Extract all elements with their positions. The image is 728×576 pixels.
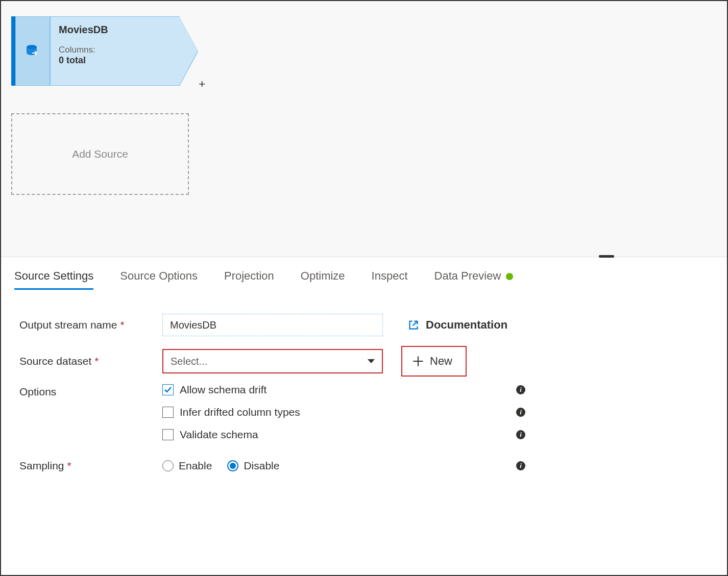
source-node-moviesdb[interactable]: MoviesDB Columns: 0 total + — [11, 16, 180, 86]
label-output-stream: Output stream name* — [14, 319, 162, 331]
node-content: MoviesDB Columns: 0 total — [50, 16, 180, 86]
plus-icon — [412, 356, 424, 367]
new-dataset-button[interactable]: New — [401, 346, 467, 377]
new-button-label: New — [430, 355, 452, 368]
select-placeholder: Select... — [171, 356, 207, 367]
tab-bar: Source Settings Source Options Projectio… — [14, 257, 714, 292]
node-columns-value: 0 total — [59, 55, 171, 66]
documentation-label: Documentation — [426, 318, 507, 332]
add-transformation-icon[interactable]: + — [199, 78, 205, 91]
row-output-stream: Output stream name* Documentation — [14, 311, 714, 339]
tab-projection[interactable]: Projection — [224, 262, 274, 290]
external-link-icon — [408, 320, 419, 330]
sampling-disable-option[interactable]: Disable — [227, 460, 279, 472]
node-icon-box — [15, 16, 50, 86]
row-source-dataset: Source dataset* Select... New — [14, 346, 714, 377]
required-marker: * — [120, 319, 124, 331]
add-source-button[interactable]: Add Source — [11, 113, 189, 195]
tab-data-preview[interactable]: Data Preview — [434, 262, 514, 290]
options-column: Allow schema drift i Infer drifted colum… — [162, 384, 300, 441]
documentation-link[interactable]: Documentation — [408, 318, 507, 332]
node-columns-label: Columns: — [59, 45, 171, 55]
node-title: MoviesDB — [59, 24, 171, 36]
option-allow-schema-drift: Allow schema drift i — [162, 384, 300, 396]
label-sampling: Sampling* — [14, 460, 162, 472]
tab-source-settings[interactable]: Source Settings — [14, 262, 93, 290]
label-options: Options — [14, 384, 162, 398]
label-source-dataset: Source dataset* — [14, 355, 162, 367]
checkbox-validate-schema[interactable] — [162, 429, 174, 440]
info-icon[interactable]: i — [516, 408, 525, 417]
checkbox-allow-schema-drift[interactable] — [162, 384, 174, 395]
output-stream-name-input[interactable] — [162, 314, 383, 336]
panel-resize-handle[interactable] — [599, 255, 614, 258]
info-icon[interactable]: i — [516, 385, 525, 394]
check-icon — [164, 386, 172, 394]
form-area: Output stream name* Documentation Source… — [14, 297, 714, 480]
status-indicator-icon — [506, 273, 513, 280]
add-source-label: Add Source — [72, 148, 128, 160]
required-marker: * — [67, 460, 71, 471]
settings-panel: Source Settings Source Options Projectio… — [1, 257, 727, 480]
dataflow-canvas[interactable]: MoviesDB Columns: 0 total + Add Source — [1, 1, 727, 257]
window-frame: MoviesDB Columns: 0 total + Add Source S… — [0, 0, 728, 576]
tab-optimize[interactable]: Optimize — [301, 262, 345, 290]
option-infer-drifted: Infer drifted column types i — [162, 406, 300, 418]
chevron-down-icon — [368, 359, 375, 363]
sampling-radio-group: Enable Disable i — [162, 460, 279, 472]
tab-inspect[interactable]: Inspect — [372, 262, 408, 290]
row-sampling: Sampling* Enable Disable i — [14, 452, 714, 480]
sampling-enable-option[interactable]: Enable — [162, 460, 212, 472]
info-icon[interactable]: i — [516, 461, 525, 470]
required-marker: * — [94, 355, 99, 367]
row-options: Options Allow schema drift i Infer drift… — [14, 384, 714, 441]
info-icon[interactable]: i — [516, 430, 525, 439]
node-accent-bar — [11, 16, 15, 86]
checkbox-infer-drifted[interactable] — [162, 407, 174, 418]
radio-enable[interactable] — [162, 460, 174, 471]
source-dataset-select[interactable]: Select... — [162, 349, 383, 373]
option-validate-schema: Validate schema i — [162, 429, 300, 441]
database-arrow-icon — [25, 43, 41, 59]
radio-disable[interactable] — [227, 460, 238, 471]
tab-source-options[interactable]: Source Options — [120, 262, 198, 290]
